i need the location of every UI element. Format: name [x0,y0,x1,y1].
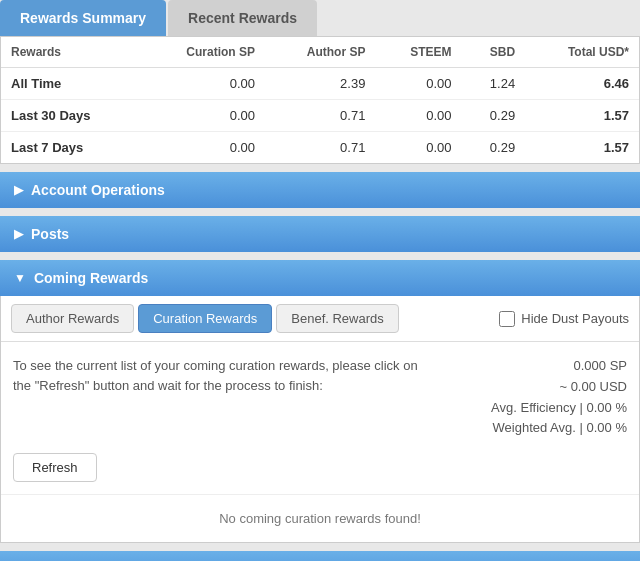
row-author-sp: 0.71 [265,100,375,132]
coming-rewards-body: Author Rewards Curation Rewards Benef. R… [0,296,640,543]
refresh-button[interactable]: Refresh [13,453,97,482]
pipe2: | [580,420,587,435]
row-curation-sp: 0.00 [141,132,265,164]
coming-rewards-description: To see the current list of your coming c… [13,356,437,439]
col-total-usd: Total USD* [525,37,639,68]
pipe1: | [580,400,587,415]
row-author-sp: 0.71 [265,132,375,164]
row-total-usd: 1.57 [525,132,639,164]
tab-rewards-summary[interactable]: Rewards Summary [0,0,166,36]
row-steem: 0.00 [375,100,461,132]
weighted-avg-label: Weighted Avg. [493,420,576,435]
row-steem: 0.00 [375,68,461,100]
rewards-summary-section: Rewards Curation SP Author SP STEEM SBD … [0,36,640,164]
no-rewards-message: No coming curation rewards found! [1,494,639,542]
coming-rewards-header[interactable]: Coming Rewards [0,260,640,296]
col-author-sp: Author SP [265,37,375,68]
hide-dust-checkbox[interactable] [499,311,515,327]
sp-value: 0.000 SP [447,356,627,377]
posts-arrow [14,227,23,241]
tab-curation-rewards[interactable]: Curation Rewards [138,304,272,333]
avg-efficiency-value: 0.00 % [587,400,627,415]
account-operations-arrow [14,183,23,197]
table-row: All Time 0.00 2.39 0.00 1.24 6.46 [1,68,639,100]
tab-benef-rewards[interactable]: Benef. Rewards [276,304,399,333]
hide-dust-label[interactable]: Hide Dust Payouts [499,311,629,327]
row-sbd: 1.24 [462,68,526,100]
refresh-area: Refresh [1,453,639,494]
avg-efficiency-label: Avg. Efficiency [491,400,576,415]
row-sbd: 0.29 [462,132,526,164]
row-total-usd: 1.57 [525,100,639,132]
tab-recent-rewards[interactable]: Recent Rewards [168,0,317,36]
row-author-sp: 2.39 [265,68,375,100]
row-steem: 0.00 [375,132,461,164]
coming-rewards-arrow [14,271,26,285]
tab-author-rewards[interactable]: Author Rewards [11,304,134,333]
col-steem: STEEM [375,37,461,68]
col-sbd: SBD [462,37,526,68]
row-label: All Time [1,68,141,100]
col-rewards: Rewards [1,37,141,68]
hide-dust-text: Hide Dust Payouts [521,311,629,326]
account-operations-header[interactable]: Account Operations [0,172,640,208]
table-row: Last 30 Days 0.00 0.71 0.00 0.29 1.57 [1,100,639,132]
tools-header[interactable]: Tools [0,551,640,561]
row-curation-sp: 0.00 [141,100,265,132]
coming-rewards-content: To see the current list of your coming c… [1,342,639,453]
row-sbd: 0.29 [462,100,526,132]
row-label: Last 7 Days [1,132,141,164]
account-operations-label: Account Operations [31,182,165,198]
posts-header[interactable]: Posts [0,216,640,252]
row-label: Last 30 Days [1,100,141,132]
sub-tab-bar: Author Rewards Curation Rewards Benef. R… [1,296,639,342]
row-curation-sp: 0.00 [141,68,265,100]
weighted-avg-value: 0.00 % [587,420,627,435]
coming-rewards-stats: 0.000 SP ~ 0.00 USD Avg. Efficiency | 0.… [447,356,627,439]
row-total-usd: 6.46 [525,68,639,100]
top-tab-bar: Rewards Summary Recent Rewards [0,0,640,36]
coming-rewards-label: Coming Rewards [34,270,148,286]
posts-label: Posts [31,226,69,242]
table-row: Last 7 Days 0.00 0.71 0.00 0.29 1.57 [1,132,639,164]
rewards-table: Rewards Curation SP Author SP STEEM SBD … [1,37,639,163]
avg-efficiency: Avg. Efficiency | 0.00 % [447,398,627,419]
col-curation-sp: Curation SP [141,37,265,68]
weighted-avg: Weighted Avg. | 0.00 % [447,418,627,439]
usd-value: ~ 0.00 USD [447,377,627,398]
